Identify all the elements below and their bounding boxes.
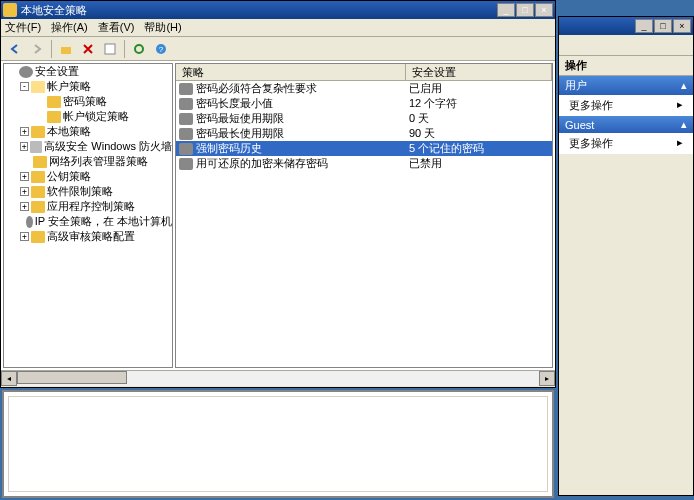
policy-name: 密码必须符合复杂性要求 (196, 81, 409, 96)
settings-icon (19, 66, 33, 78)
horizontal-scrollbar[interactable]: ◂ ▸ (1, 370, 555, 386)
policy-name: 强制密码历史 (196, 141, 409, 156)
expander-icon[interactable]: + (20, 172, 29, 181)
maximize-button[interactable]: □ (516, 3, 534, 17)
policy-icon (179, 128, 193, 140)
expander-icon[interactable]: + (20, 232, 29, 241)
expander-icon[interactable]: + (20, 187, 29, 196)
main-window: 本地安全策略 _ □ × 文件(F) 操作(A) 查看(V) 帮助(H) ? 安… (0, 0, 556, 388)
tree-item[interactable]: 密码策略 (4, 94, 172, 109)
folder-icon (47, 111, 61, 123)
tree-item[interactable]: +公钥策略 (4, 169, 172, 184)
folder-icon (31, 186, 45, 198)
list-row[interactable]: 密码长度最小值12 个字符 (176, 96, 552, 111)
sec-minimize-button[interactable]: _ (635, 19, 653, 33)
policy-icon (179, 113, 193, 125)
list-row[interactable]: 密码最短使用期限0 天 (176, 111, 552, 126)
sec-close-button[interactable]: × (673, 19, 691, 33)
minimize-button[interactable]: _ (497, 3, 515, 17)
menu-file[interactable]: 文件(F) (5, 20, 41, 35)
folder-icon (31, 126, 45, 138)
sec-maximize-button[interactable]: □ (654, 19, 672, 33)
tree-item[interactable]: +软件限制策略 (4, 184, 172, 199)
properties-button[interactable] (100, 39, 120, 59)
policy-name: 密码最短使用期限 (196, 111, 409, 126)
svg-text:?: ? (159, 45, 164, 54)
scroll-right-button[interactable]: ▸ (539, 371, 555, 386)
policy-name: 密码长度最小值 (196, 96, 409, 111)
chevron-up-icon: ▴ (681, 118, 687, 131)
folder-icon (31, 81, 45, 93)
policy-icon (179, 98, 193, 110)
app-icon (3, 3, 17, 17)
folder-icon (30, 141, 42, 153)
folder-icon (31, 171, 45, 183)
expander-icon[interactable]: + (20, 142, 28, 151)
folder-icon (26, 216, 33, 228)
forward-button[interactable] (27, 39, 47, 59)
tree-item[interactable]: -帐户策略 (4, 79, 172, 94)
chevron-right-icon: ▸ (677, 98, 683, 113)
list-header[interactable]: 策略 安全设置 (176, 64, 552, 81)
tree-item[interactable]: IP 安全策略，在 本地计算机 (4, 214, 172, 229)
up-button[interactable] (56, 39, 76, 59)
chevron-up-icon: ▴ (681, 79, 687, 92)
help-button[interactable]: ? (151, 39, 171, 59)
col-policy[interactable]: 策略 (176, 64, 406, 80)
tree-view[interactable]: 安全设置-帐户策略密码策略帐户锁定策略+本地策略+高级安全 Windows 防火… (3, 63, 173, 368)
expander-icon[interactable]: - (20, 82, 29, 91)
col-setting[interactable]: 安全设置 (406, 64, 552, 80)
refresh-button[interactable] (129, 39, 149, 59)
tree-item[interactable]: +本地策略 (4, 124, 172, 139)
folder-icon (47, 96, 61, 108)
window-title: 本地安全策略 (21, 3, 497, 18)
actions-header: 操作 (559, 56, 693, 76)
policy-value: 12 个字符 (409, 96, 457, 111)
actions-item-more-1[interactable]: 更多操作 ▸ (559, 95, 693, 116)
actions-group-user-label: 用户 (565, 78, 587, 93)
actions-group-user[interactable]: 用户 ▴ (559, 76, 693, 95)
folder-icon (31, 201, 45, 213)
actions-item-more-2[interactable]: 更多操作 ▸ (559, 133, 693, 154)
policy-value: 0 天 (409, 111, 429, 126)
expander-icon[interactable]: + (20, 127, 29, 136)
tree-root[interactable]: 安全设置 (4, 64, 172, 79)
menu-view[interactable]: 查看(V) (98, 20, 135, 35)
policy-value: 已禁用 (409, 156, 442, 171)
tree-item[interactable]: 帐户锁定策略 (4, 109, 172, 124)
tree-item[interactable]: 网络列表管理器策略 (4, 154, 172, 169)
folder-icon (33, 156, 47, 168)
menubar: 文件(F) 操作(A) 查看(V) 帮助(H) (1, 19, 555, 37)
titlebar[interactable]: 本地安全策略 _ □ × (1, 1, 555, 19)
background-panel (2, 390, 554, 498)
menu-action[interactable]: 操作(A) (51, 20, 88, 35)
folder-icon (31, 231, 45, 243)
svg-point-2 (135, 45, 143, 53)
back-button[interactable] (5, 39, 25, 59)
policy-name: 密码最长使用期限 (196, 126, 409, 141)
menu-help[interactable]: 帮助(H) (144, 20, 181, 35)
tree-item[interactable]: +应用程序控制策略 (4, 199, 172, 214)
delete-button[interactable] (78, 39, 98, 59)
secondary-window: _ □ × 操作 用户 ▴ 更多操作 ▸ Guest ▴ 更多操作 ▸ (558, 16, 694, 496)
list-row[interactable]: 密码最长使用期限90 天 (176, 126, 552, 141)
close-button[interactable]: × (535, 3, 553, 17)
policy-value: 90 天 (409, 126, 435, 141)
svg-rect-1 (105, 44, 115, 54)
scroll-thumb[interactable] (17, 371, 127, 384)
svg-rect-0 (61, 47, 71, 54)
list-row[interactable]: 用可还原的加密来储存密码已禁用 (176, 156, 552, 171)
expander-icon[interactable]: + (20, 202, 29, 211)
policy-value: 已启用 (409, 81, 442, 96)
toolbar: ? (1, 37, 555, 61)
list-row[interactable]: 密码必须符合复杂性要求已启用 (176, 81, 552, 96)
scroll-left-button[interactable]: ◂ (1, 371, 17, 386)
list-row[interactable]: 强制密码历史5 个记住的密码 (176, 141, 552, 156)
policy-list[interactable]: 策略 安全设置 密码必须符合复杂性要求已启用密码长度最小值12 个字符密码最短使… (175, 63, 553, 368)
policy-icon (179, 83, 193, 95)
actions-group-guest-label: Guest (565, 119, 594, 131)
policy-icon (179, 158, 193, 170)
actions-group-guest[interactable]: Guest ▴ (559, 116, 693, 133)
tree-item[interactable]: +高级安全 Windows 防火墙 (4, 139, 172, 154)
tree-item[interactable]: +高级审核策略配置 (4, 229, 172, 244)
